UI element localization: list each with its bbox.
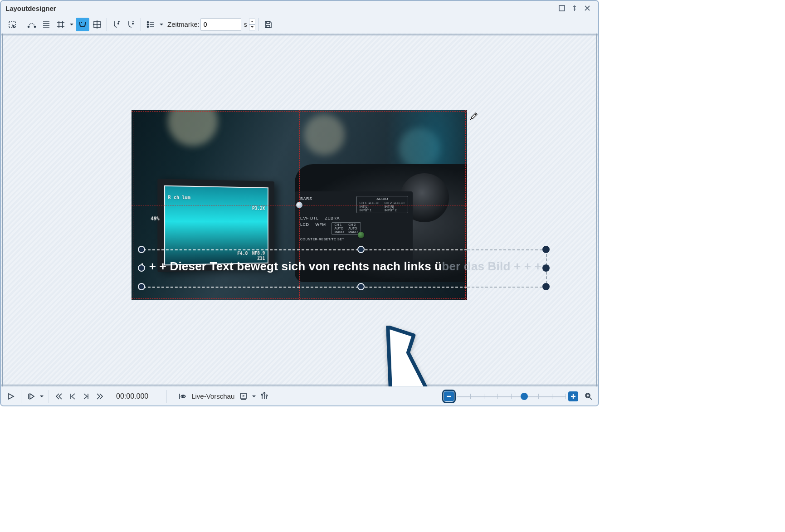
top-toolbar: Zeitmarke: s <box>1 15 598 34</box>
selection-handle[interactable] <box>542 246 550 253</box>
preview-dropdown-icon[interactable] <box>251 394 257 399</box>
svg-point-14 <box>132 23 134 24</box>
zoom-out-button[interactable] <box>444 391 454 401</box>
next-frame-button[interactable] <box>80 390 93 403</box>
grid-tool-button[interactable] <box>54 18 68 31</box>
close-button[interactable] <box>581 2 594 15</box>
ticker-selection[interactable] <box>139 249 547 288</box>
selection-edge <box>139 249 467 250</box>
app-window: Layoutdesigner <box>0 0 599 406</box>
svg-line-34 <box>590 397 592 400</box>
svg-rect-0 <box>559 5 565 11</box>
save-button[interactable] <box>261 18 275 31</box>
timemark-label: Zeitmarke: <box>167 20 200 28</box>
titlebar: Layoutdesigner <box>1 1 598 15</box>
keyframe-add-button[interactable] <box>110 18 123 31</box>
select-tool-button[interactable] <box>5 18 19 31</box>
toolbar-separator <box>107 18 107 31</box>
toolbar-separator <box>21 390 21 403</box>
svg-point-3 <box>34 26 36 27</box>
stepper-down-icon[interactable] <box>249 24 255 30</box>
svg-point-29 <box>266 395 268 396</box>
selection-handle[interactable] <box>357 246 365 253</box>
svg-point-11 <box>117 23 119 24</box>
svg-point-16 <box>147 21 149 23</box>
timemark-stepper[interactable] <box>249 19 255 30</box>
svg-point-2 <box>28 26 29 27</box>
canvas-border <box>596 34 597 386</box>
svg-rect-23 <box>266 25 270 28</box>
bokeh-highlight <box>168 110 218 146</box>
stepper-up-icon[interactable] <box>249 19 255 24</box>
selection-handle[interactable] <box>138 246 145 253</box>
window-title: Layoutdesigner <box>5 5 556 12</box>
bottom-toolbar: 00:00.000 Live-Vorschau <box>1 386 598 405</box>
toolbar-separator <box>22 18 22 31</box>
timecode-display: 00:00.000 <box>116 392 148 400</box>
svg-point-28 <box>264 392 265 394</box>
timemark-unit: s <box>244 21 247 28</box>
list-button[interactable] <box>144 18 157 31</box>
path-tool-button[interactable] <box>25 18 39 31</box>
prev-frame-button[interactable] <box>66 390 79 403</box>
play-button[interactable] <box>5 390 17 403</box>
selection-handle[interactable] <box>138 264 145 272</box>
selection-handle[interactable] <box>357 283 365 290</box>
rotation-handle[interactable] <box>358 232 364 238</box>
selection-handle[interactable] <box>542 264 550 272</box>
toolbar-separator <box>141 18 141 31</box>
selection-edge <box>467 249 547 250</box>
canvas-border <box>1 34 598 35</box>
zoom-in-button[interactable] <box>568 391 578 401</box>
bokeh-highlight <box>304 114 345 155</box>
align-tool-button[interactable] <box>39 18 53 31</box>
tutorial-arrow-icon <box>365 326 442 386</box>
list-dropdown-icon[interactable] <box>158 22 165 27</box>
grid-dropdown-icon[interactable] <box>68 22 75 27</box>
guide-line <box>132 298 467 299</box>
zoom-fit-button[interactable] <box>583 392 595 401</box>
preview-mode-button[interactable] <box>237 390 250 403</box>
canvas-border <box>2 34 3 386</box>
svg-point-24 <box>183 395 184 397</box>
center-tool-button[interactable] <box>90 18 104 31</box>
pencil-icon[interactable] <box>470 112 478 122</box>
skip-start-button[interactable] <box>53 390 65 403</box>
zoom-controls <box>444 391 595 401</box>
toolbar-separator <box>166 390 167 403</box>
preview-label: Live-Vorschau <box>191 392 234 400</box>
toolbar-separator <box>49 390 49 403</box>
slider-thumb[interactable] <box>521 393 528 400</box>
play-from-button[interactable] <box>25 390 38 403</box>
svg-point-18 <box>147 26 149 27</box>
selection-handle[interactable] <box>138 283 145 290</box>
canvas-area[interactable]: BARS AUDIO CH 1 SELECTCH 2 SELECT INT(L)… <box>1 34 598 386</box>
snap-tool-button[interactable] <box>76 18 89 31</box>
levels-button[interactable] <box>258 390 271 403</box>
maximize-button[interactable] <box>556 2 568 15</box>
selection-edge <box>467 287 547 288</box>
timemark-input[interactable] <box>200 18 241 31</box>
keyframe-remove-button[interactable] <box>124 18 138 31</box>
skip-end-button[interactable] <box>93 390 106 403</box>
guide-line <box>132 111 467 112</box>
pin-button[interactable] <box>568 2 581 15</box>
center-handle[interactable] <box>296 202 302 208</box>
svg-point-17 <box>147 24 149 25</box>
selection-handle[interactable] <box>542 283 550 290</box>
selection-edge <box>139 287 467 288</box>
zoom-slider[interactable] <box>457 392 566 400</box>
svg-point-27 <box>262 394 263 395</box>
canvas-border <box>1 385 598 386</box>
preview-eye-button[interactable] <box>176 390 189 403</box>
play-dropdown-icon[interactable] <box>39 394 45 399</box>
toolbar-separator <box>258 18 258 31</box>
svg-rect-35 <box>586 394 589 397</box>
svg-rect-22 <box>267 21 270 24</box>
